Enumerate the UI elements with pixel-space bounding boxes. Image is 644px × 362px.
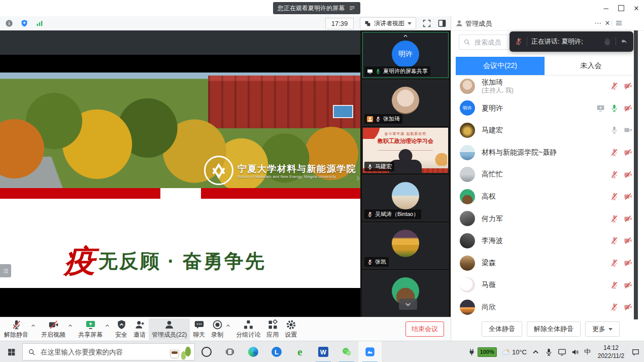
panel-close-icon[interactable]: ✕: [603, 18, 612, 27]
info-icon[interactable]: [5, 19, 13, 27]
toolbar-item-breakout[interactable]: 分组讨论: [233, 318, 263, 340]
member-row[interactable]: 张加琦(主持人, 我): [451, 75, 637, 97]
start-button[interactable]: [0, 341, 22, 362]
volume-icon[interactable]: [571, 348, 580, 356]
maximize-button[interactable]: [614, 2, 629, 15]
search-daily-image[interactable]: [167, 344, 193, 359]
toolbar-item-members[interactable]: 管理成员(22): [149, 318, 190, 340]
camera-status-icon[interactable]: [624, 82, 632, 90]
toolbar-item-chat[interactable]: 聊天: [190, 318, 208, 340]
camera-status-icon[interactable]: [624, 170, 632, 179]
tab-in-meeting[interactable]: 会议中(22): [456, 57, 545, 75]
collapse-thumbnail-chevron-icon[interactable]: [401, 33, 410, 39]
member-row[interactable]: 高权: [451, 186, 637, 208]
panel-scrollbar[interactable]: [634, 30, 638, 319]
video-thumbnail[interactable]: 吴斌涛（Bintao）: [362, 175, 449, 221]
side-panel-icon[interactable]: [437, 19, 447, 28]
tray-mic-icon[interactable]: [545, 348, 553, 356]
banner-menu-icon[interactable]: [349, 5, 356, 12]
tray-expand-chevron-icon[interactable]: [531, 348, 540, 356]
view-mode-button[interactable]: 演讲者视图: [360, 17, 416, 29]
fullscreen-icon[interactable]: [422, 19, 431, 28]
camera-status-icon[interactable]: [624, 148, 632, 157]
video-thumbnail[interactable]: 张凯: [362, 223, 449, 269]
more-button[interactable]: 更多: [585, 321, 620, 337]
meeting-app-button[interactable]: [358, 341, 382, 362]
security-shield-icon[interactable]: [20, 19, 28, 27]
task-view-button[interactable]: [218, 341, 242, 362]
toolbar-item-record[interactable]: 录制: [208, 318, 226, 340]
member-row[interactable]: 李海波: [451, 230, 637, 252]
mic-status-icon[interactable]: [610, 192, 619, 201]
member-row[interactable]: 马薇: [451, 274, 637, 296]
cortana-button[interactable]: [195, 341, 218, 362]
camera-status-icon[interactable]: [624, 259, 632, 267]
mic-status-icon[interactable]: [610, 214, 619, 223]
expand-options-chevron-icon[interactable]: [30, 323, 36, 329]
taskbar-search-input[interactable]: [40, 348, 163, 356]
expand-options-chevron-icon[interactable]: [67, 323, 73, 329]
camera-status-icon[interactable]: [624, 236, 632, 245]
mic-status-icon[interactable]: [610, 126, 619, 134]
member-row[interactable]: 梁森: [451, 252, 637, 274]
toolbar-item-mic-muted[interactable]: 解除静音: [1, 318, 31, 340]
toolbar-item-invite[interactable]: 邀请: [130, 318, 149, 340]
wechat-button[interactable]: [335, 341, 358, 362]
toolbar-item-share-screen[interactable]: 共享屏幕: [75, 318, 106, 340]
taskbar-search-box[interactable]: [22, 343, 195, 360]
word-button[interactable]: W: [312, 341, 335, 362]
panel-menu-icon[interactable]: [615, 19, 623, 27]
panel-more-icon[interactable]: ⋯: [594, 18, 603, 27]
edge-browser-button[interactable]: [242, 341, 265, 362]
member-row[interactable]: 何力军: [451, 208, 637, 230]
screen-watch-banner[interactable]: 您正在观看夏明许的屏幕: [273, 2, 360, 14]
member-row[interactable]: 马建宏: [451, 119, 637, 141]
mic-status-icon[interactable]: [610, 281, 619, 289]
reply-arrow-icon[interactable]: [620, 38, 628, 46]
camera-status-icon[interactable]: [624, 214, 632, 223]
close-button[interactable]: ✕: [629, 2, 644, 15]
camera-status-icon[interactable]: [624, 104, 632, 113]
mute-all-button[interactable]: 全体静音: [482, 321, 522, 337]
ime-indicator[interactable]: 中: [584, 347, 591, 356]
mic-status-icon[interactable]: [610, 303, 619, 311]
camera-status-icon[interactable]: [624, 303, 632, 311]
tray-display-icon[interactable]: [558, 348, 566, 356]
mic-status-icon[interactable]: [610, 259, 619, 267]
tab-not-joined[interactable]: 未入会: [545, 57, 637, 75]
expand-strip-arrow[interactable]: ›: [356, 172, 360, 183]
mic-status-icon[interactable]: [610, 104, 619, 113]
browser-l-button[interactable]: L: [265, 341, 288, 362]
toolbar-item-cam-muted[interactable]: 开启视频: [38, 318, 69, 340]
toolbar-item-apps[interactable]: 应用: [263, 318, 282, 340]
camera-status-icon[interactable]: [624, 126, 632, 134]
end-meeting-button[interactable]: 结束会议: [405, 321, 444, 337]
internet-explorer-button[interactable]: e: [288, 341, 312, 362]
minimize-button[interactable]: ─: [598, 2, 614, 15]
mic-status-icon[interactable]: [610, 170, 619, 179]
unmute-all-button[interactable]: 解除全体静音: [527, 321, 581, 337]
video-thumbnail[interactable]: 奋斗百年路 起航新征程教职工政治理论学习会马建宏: [362, 127, 449, 173]
expand-options-chevron-icon[interactable]: [105, 323, 110, 329]
network-signal-icon[interactable]: [36, 19, 44, 27]
action-center-icon[interactable]: [631, 348, 640, 356]
expand-options-chevron-icon[interactable]: [225, 323, 231, 329]
member-row[interactable]: 高忙忙: [451, 163, 637, 186]
video-thumbnail[interactable]: 张加琦: [362, 80, 449, 126]
raise-hand-icon[interactable]: [602, 37, 612, 46]
mic-status-icon[interactable]: [610, 82, 619, 90]
toolbar-item-settings[interactable]: 设置: [282, 318, 300, 340]
taskbar-clock[interactable]: 14:12 2022/11/2: [595, 344, 627, 360]
member-row[interactable]: 材料与新能源学院~聂静: [451, 141, 637, 164]
video-thumbnail[interactable]: 明许夏明许的屏幕共享: [362, 32, 449, 78]
member-row[interactable]: 尚欣: [451, 296, 637, 318]
member-row[interactable]: 明许夏明许: [451, 97, 637, 120]
toolbar-item-security[interactable]: 安全: [112, 318, 130, 340]
thumbnail-scroll-down-button[interactable]: [399, 299, 417, 310]
weather-indicator[interactable]: 10°C: [501, 348, 527, 356]
battery-indicator[interactable]: 100%: [467, 347, 497, 357]
mic-status-icon[interactable]: [610, 148, 619, 157]
mic-status-icon[interactable]: [610, 236, 619, 245]
camera-status-icon[interactable]: [624, 192, 632, 201]
camera-status-icon[interactable]: [624, 281, 632, 289]
